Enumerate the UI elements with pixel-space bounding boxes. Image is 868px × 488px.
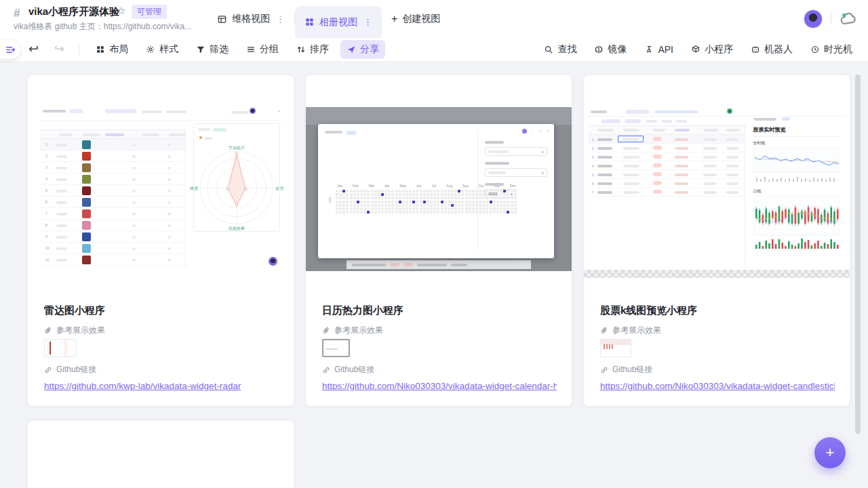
- record-title[interactable]: 日历热力图小程序: [322, 304, 555, 317]
- card-cover-image[interactable]: 1234567891011 + ×: [28, 75, 294, 285]
- attachment-thumbnail[interactable]: [322, 339, 350, 357]
- record-title[interactable]: 雷达图小程序: [44, 304, 277, 317]
- heatmap-month-label: Aug: [446, 184, 452, 188]
- paperclip-icon: [44, 327, 52, 335]
- robot-icon: [751, 45, 760, 54]
- preview-table-row: 10: [40, 243, 185, 254]
- preview-mini-table: 1234567: [588, 126, 745, 270]
- preview-table-row: 9: [40, 231, 185, 243]
- time-machine-button[interactable]: 时光机: [804, 40, 859, 59]
- link-icon: [322, 366, 330, 374]
- field-label: 参考展示效果: [612, 325, 661, 336]
- undo-button[interactable]: ↩: [28, 41, 39, 57]
- vertical-scrollbar[interactable]: [855, 75, 861, 434]
- sort-button[interactable]: 排序: [290, 40, 335, 59]
- header-divider: [831, 13, 831, 25]
- user-avatar[interactable]: [804, 9, 823, 28]
- search-icon: [544, 45, 553, 54]
- datasheet-description[interactable]: vika维格表 github 主页：https://github.com/vik…: [14, 21, 191, 33]
- button-label: 排序: [310, 43, 329, 56]
- expand-sidebar-button[interactable]: [0, 40, 20, 59]
- sync-cloud-icon[interactable]: [840, 10, 857, 28]
- attachment-field-row: 参考展示效果: [322, 325, 383, 336]
- github-url-link[interactable]: https://github.com/Niko030303/vikadata-w…: [322, 381, 557, 391]
- preview-table-row: 6: [40, 197, 185, 208]
- preview-screenshot-candlestick: 1234567 股票实时预览 分时线 日线: [588, 107, 846, 270]
- funnel-icon: [196, 45, 205, 54]
- field-label: 参考展示效果: [334, 325, 383, 336]
- gallery-card-partial[interactable]: [27, 420, 294, 488]
- view-toolbar: ↩ ↪ 布局 样式 筛选 分组 排序 分享 查找: [0, 38, 868, 61]
- link-field-row: Github链接: [322, 364, 374, 375]
- sort-arrows-icon: [296, 45, 306, 54]
- button-label: 时光机: [824, 43, 852, 56]
- mirror-button[interactable]: 镜像: [588, 40, 633, 59]
- github-url-link[interactable]: https://github.com/kwp-lab/vikadata-widg…: [44, 381, 279, 391]
- permission-badge: 可管理: [132, 5, 167, 19]
- button-label: 布局: [109, 43, 128, 56]
- share-button[interactable]: 分享: [340, 40, 385, 59]
- preview-table-row: 7: [40, 208, 185, 220]
- preview-table-row: 7: [588, 188, 745, 197]
- preview-table-row: 2: [588, 144, 745, 152]
- datasheet-icon: #: [14, 7, 20, 20]
- button-label: 机器人: [764, 43, 793, 56]
- preview-table-row: 4: [40, 174, 185, 185]
- widget-button[interactable]: 小程序: [685, 40, 739, 59]
- preview-avatar: [269, 257, 277, 266]
- tab-gallery-view[interactable]: 相册视图 ⋮: [295, 6, 382, 38]
- gallery-card-calendar-heatmap[interactable]: ⋮ ⤢ × JanFebMarAprMayJunJulAugSepOctNovD…: [305, 75, 572, 407]
- group-button[interactable]: 分组: [240, 40, 285, 59]
- redo-button[interactable]: ↪: [54, 41, 64, 57]
- attachment-thumbnail[interactable]: [44, 339, 77, 357]
- preview-screenshot-heatmap: ⋮ ⤢ × JanFebMarAprMayJunJulAugSepOctNovD…: [306, 107, 572, 271]
- button-label: 分享: [360, 43, 379, 56]
- gallery-card-candlestick[interactable]: 1234567 股票实时预览 分时线 日线: [583, 75, 850, 407]
- tab-create-view[interactable]: + 创建视图: [382, 0, 450, 38]
- card-cover-image[interactable]: 1234567 股票实时预览 分时线 日线: [584, 75, 850, 285]
- gallery-view-icon: [304, 17, 315, 27]
- field-label: Github链接: [612, 364, 652, 375]
- preview-table-row: 5: [40, 185, 185, 197]
- tab-grid-view[interactable]: 维格视图 ⋮: [208, 0, 294, 38]
- button-label: API: [658, 44, 673, 55]
- layout-button[interactable]: 布局: [90, 40, 134, 59]
- svg-text:攻击伤害: 攻击伤害: [275, 186, 284, 191]
- preview-table-row: 3: [40, 162, 185, 174]
- heatmap-month-label: Mar: [368, 184, 374, 188]
- search-button[interactable]: 查找: [538, 40, 583, 59]
- tab-menu-icon[interactable]: ⋮: [276, 14, 285, 24]
- field-label: Github链接: [334, 364, 374, 375]
- add-record-button[interactable]: +: [814, 437, 846, 468]
- attachment-thumbnail[interactable]: [600, 339, 631, 357]
- preview-modal: ⋮ ⤢ × JanFebMarAprMayJunJulAugSepOctNovD…: [318, 124, 554, 258]
- filter-button[interactable]: 筛选: [190, 40, 235, 59]
- tab-menu-icon[interactable]: ⋮: [363, 17, 372, 27]
- preview-table-row: 2: [40, 150, 185, 162]
- gallery-view-body: 1234567891011 + ×: [0, 61, 868, 488]
- clock-history-icon: [810, 45, 820, 54]
- link-icon: [44, 366, 52, 374]
- preview-table-row: 5: [588, 170, 745, 179]
- tab-label: 相册视图: [319, 16, 357, 28]
- heatmap-month-label: Sep: [462, 184, 469, 188]
- api-button[interactable]: API: [638, 41, 679, 58]
- button-label: 筛选: [210, 43, 229, 56]
- api-node-icon: [644, 45, 654, 54]
- preview-widget-panel: + × 生存能力 攻击伤害: [191, 106, 283, 268]
- preview-table-row: 8: [40, 220, 185, 231]
- heatmap-month-label: Jan: [337, 184, 342, 188]
- robot-button[interactable]: 机器人: [745, 40, 799, 59]
- heatmap-settings-panel: ∨ ∨ 2022∨: [485, 135, 547, 198]
- card-cover-image[interactable]: ⋮ ⤢ × JanFebMarAprMayJunJulAugSepOctNovD…: [306, 75, 572, 285]
- github-url-link[interactable]: https://github.com/Niko030303/vikadata-w…: [600, 381, 835, 391]
- preview-screenshot-radar: 1234567891011 + ×: [40, 106, 283, 268]
- attachment-field-row: 参考展示效果: [44, 325, 105, 336]
- favorite-star-icon[interactable]: ☆: [117, 5, 125, 17]
- record-title[interactable]: 股票k线图预览小程序: [600, 304, 833, 317]
- view-tabs: 维格视图 ⋮ 相册视图 ⋮ + 创建视图: [208, 0, 450, 38]
- gallery-card-radar[interactable]: 1234567891011 + ×: [27, 75, 294, 407]
- link-field-row: Github链接: [44, 364, 96, 375]
- preview-transparency-strip: [584, 270, 850, 278]
- style-button[interactable]: 样式: [140, 40, 184, 59]
